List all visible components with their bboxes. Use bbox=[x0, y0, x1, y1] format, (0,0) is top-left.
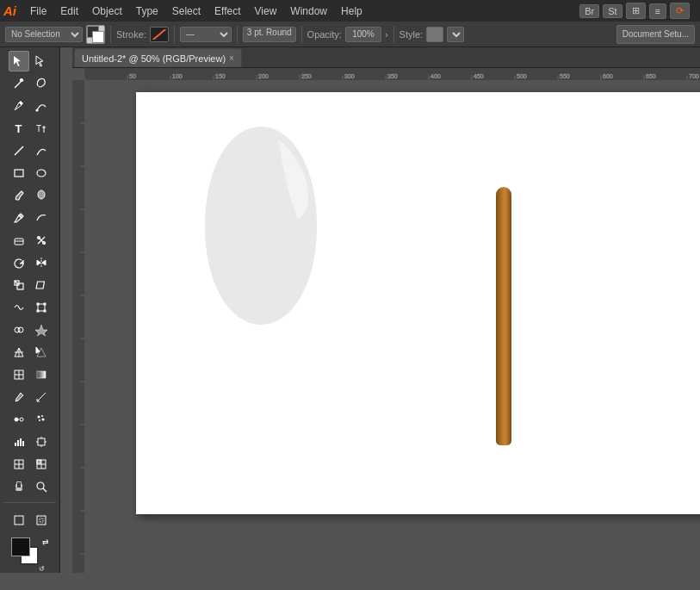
blob-brush-tool[interactable] bbox=[31, 185, 52, 206]
svg-point-50 bbox=[41, 419, 44, 421]
perspective-select-tool[interactable] bbox=[31, 342, 52, 363]
svg-text:650: 650 bbox=[646, 73, 656, 79]
doc-setup-button[interactable]: Document Setu... bbox=[616, 25, 695, 44]
opacity-expand[interactable]: › bbox=[385, 29, 388, 40]
menu-select[interactable]: Select bbox=[165, 3, 208, 19]
svg-rect-26 bbox=[44, 303, 46, 305]
app-logo: Ai bbox=[3, 3, 16, 18]
artboard-tool[interactable] bbox=[31, 432, 52, 452]
svg-rect-55 bbox=[38, 438, 45, 445]
smooth-tool[interactable] bbox=[31, 208, 52, 228]
stick-element[interactable] bbox=[496, 187, 511, 445]
free-transform-tool[interactable] bbox=[31, 297, 52, 318]
menu-effect[interactable]: Effect bbox=[208, 3, 247, 19]
selection-dropdown[interactable]: No Selection bbox=[5, 27, 83, 42]
style-swatch[interactable] bbox=[426, 27, 443, 42]
tools-bottom: ↺ ⇄ bbox=[4, 499, 56, 573]
line-segment-tool[interactable] bbox=[9, 140, 29, 161]
main-layout: T T bbox=[0, 47, 700, 573]
eraser-tool[interactable] bbox=[9, 230, 29, 251]
fill-color-box[interactable] bbox=[11, 537, 30, 556]
slice-tool[interactable] bbox=[9, 454, 29, 475]
variable-width[interactable]: — bbox=[180, 27, 232, 42]
artboard-tab[interactable]: Untitled-2* @ 50% (RGB/Preview) × bbox=[74, 48, 242, 67]
menu-help[interactable]: Help bbox=[334, 3, 369, 19]
draw-normal-tool[interactable] bbox=[9, 510, 29, 531]
draw-inside-tool[interactable] bbox=[31, 510, 52, 531]
leaf-shape[interactable] bbox=[196, 122, 325, 329]
artboard-tab-close[interactable]: × bbox=[229, 53, 234, 63]
stock-icon[interactable]: St bbox=[603, 4, 622, 18]
menu-object[interactable]: Object bbox=[85, 3, 129, 19]
color-area: ↺ ⇄ bbox=[11, 537, 49, 573]
canvas-content: 50 100 150 200 250 300 350 400 450 500 5… bbox=[72, 68, 700, 573]
svg-rect-8 bbox=[15, 170, 23, 177]
ellipse-tool[interactable] bbox=[31, 163, 52, 183]
workspace-icon[interactable]: ⊞ bbox=[626, 3, 646, 19]
style-label: Style: bbox=[400, 29, 424, 40]
menu-file[interactable]: File bbox=[23, 3, 53, 19]
hand-tool[interactable] bbox=[9, 476, 29, 497]
svg-rect-51 bbox=[15, 443, 16, 446]
stroke-icon[interactable] bbox=[150, 27, 169, 42]
menu-type[interactable]: Type bbox=[129, 3, 165, 19]
svg-point-68 bbox=[37, 482, 44, 489]
slice-select-tool[interactable] bbox=[31, 454, 52, 475]
menu-window[interactable]: Window bbox=[283, 3, 334, 19]
eyedropper-tool[interactable] bbox=[9, 387, 29, 407]
arc-tool[interactable] bbox=[31, 140, 52, 161]
rectangle-tool[interactable] bbox=[9, 163, 29, 183]
scissor-tool[interactable] bbox=[31, 230, 52, 251]
blend-tool[interactable] bbox=[9, 409, 29, 430]
fill-swatch[interactable] bbox=[86, 25, 105, 44]
style-dropdown[interactable] bbox=[447, 27, 464, 42]
curvature-tool[interactable] bbox=[31, 96, 52, 116]
svg-rect-27 bbox=[37, 310, 39, 312]
pen-tool[interactable] bbox=[9, 96, 29, 116]
symbol-sprayer-tool[interactable] bbox=[31, 409, 52, 430]
paintbrush-tool[interactable] bbox=[9, 185, 29, 206]
svg-marker-19 bbox=[42, 260, 46, 265]
tools-panel: T T bbox=[0, 47, 60, 573]
stroke-size-btn[interactable]: 3 pt. Round bbox=[243, 27, 296, 42]
svg-rect-28 bbox=[44, 310, 46, 312]
scale-tool[interactable] bbox=[9, 275, 29, 295]
svg-point-44 bbox=[15, 418, 18, 421]
svg-rect-23 bbox=[36, 282, 44, 289]
reflect-tool[interactable] bbox=[31, 252, 52, 273]
svg-text:350: 350 bbox=[387, 73, 398, 79]
selection-tool[interactable] bbox=[9, 51, 29, 71]
mesh-tool[interactable] bbox=[9, 364, 29, 385]
lasso-tool[interactable] bbox=[31, 73, 52, 94]
canvas-background[interactable] bbox=[84, 80, 700, 573]
measure-tool[interactable] bbox=[31, 387, 52, 407]
rotate-tool[interactable] bbox=[9, 252, 29, 273]
warp-tool[interactable] bbox=[9, 297, 29, 318]
pencil-tool[interactable] bbox=[9, 208, 29, 228]
column-graph-tool[interactable] bbox=[9, 432, 29, 452]
gradient-tool[interactable] bbox=[31, 364, 52, 385]
svg-point-5 bbox=[36, 109, 38, 111]
horizontal-ruler: 50 100 150 200 250 300 350 400 450 500 5… bbox=[84, 68, 700, 80]
perspective-grid-tool[interactable] bbox=[9, 342, 29, 363]
direct-selection-tool[interactable] bbox=[31, 51, 52, 71]
touch-type-tool[interactable]: T bbox=[31, 118, 52, 139]
arrange-icon[interactable]: ≡ bbox=[649, 3, 666, 19]
svg-text:250: 250 bbox=[301, 73, 312, 79]
live-paint-tool[interactable] bbox=[31, 320, 52, 340]
svg-text:550: 550 bbox=[560, 73, 570, 79]
toolbar: No Selection Stroke: — 3 pt. Round Opaci… bbox=[0, 22, 700, 47]
svg-rect-67 bbox=[15, 488, 22, 491]
reset-colors-icon[interactable]: ↺ bbox=[39, 565, 49, 573]
sync-icon[interactable]: ⟳ bbox=[670, 3, 690, 19]
opacity-input[interactable] bbox=[345, 27, 381, 42]
menu-edit[interactable]: Edit bbox=[53, 3, 85, 19]
magic-wand-tool[interactable] bbox=[9, 73, 29, 94]
zoom-tool[interactable] bbox=[31, 476, 52, 497]
menu-view[interactable]: View bbox=[248, 3, 284, 19]
shape-builder-tool[interactable] bbox=[9, 320, 29, 340]
bridge-icon[interactable]: Br bbox=[579, 4, 599, 18]
shear-tool[interactable] bbox=[31, 275, 52, 295]
type-tool[interactable]: T bbox=[9, 118, 29, 139]
swap-colors-icon[interactable]: ⇄ bbox=[42, 537, 49, 546]
